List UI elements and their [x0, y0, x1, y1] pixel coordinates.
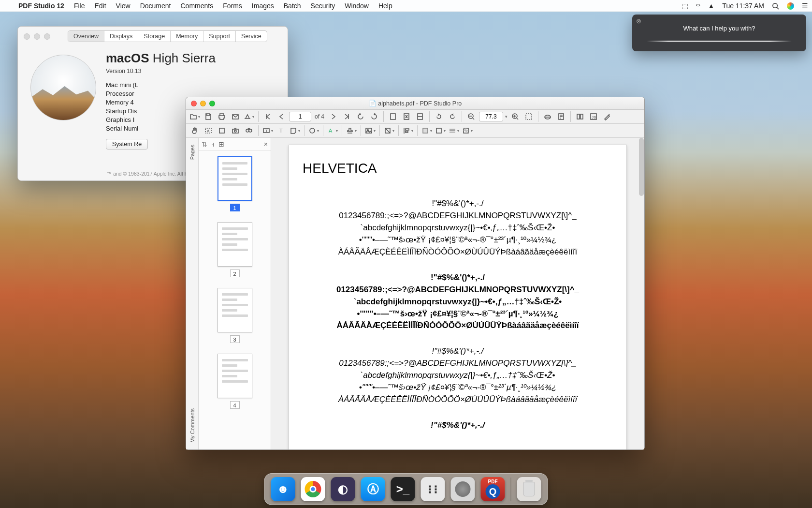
minimize-button[interactable]	[34, 33, 40, 40]
about-tab-displays[interactable]: Displays	[104, 31, 138, 42]
marquee-zoom-button[interactable]	[523, 111, 535, 122]
menu-images[interactable]: Images	[247, 2, 279, 10]
measure-tool[interactable]: ▾	[383, 125, 395, 136]
zoom-out-button[interactable]	[465, 111, 477, 122]
eject-icon[interactable]: ▲	[704, 2, 718, 10]
thumbnail-1[interactable]: 1	[218, 156, 252, 211]
print-production-button[interactable]	[542, 111, 553, 122]
thumb-options-icon[interactable]: ⇅	[202, 140, 207, 148]
fit-page-button[interactable]	[401, 111, 412, 122]
transparency-tool[interactable]: ▾	[462, 125, 473, 136]
thumb-sort-icon[interactable]: ⫞	[211, 140, 215, 148]
menu-comments[interactable]: Comments	[176, 2, 218, 10]
stamp-tool[interactable]: ▾	[346, 125, 357, 136]
close-icon[interactable]: ⊗	[636, 17, 641, 25]
eclipse-app[interactable]: ◐	[331, 477, 355, 501]
menu-help[interactable]: Help	[374, 2, 397, 10]
about-tab-support[interactable]: Support	[203, 31, 236, 42]
close-button[interactable]	[24, 33, 30, 40]
prev-page-button[interactable]	[276, 111, 287, 122]
text-box-tool[interactable]: T▾	[262, 125, 274, 136]
print-button[interactable]	[216, 111, 228, 122]
finder-app[interactable]: ☻	[271, 477, 295, 501]
about-tab-service[interactable]: Service	[236, 31, 267, 42]
minimize-button[interactable]	[200, 101, 206, 106]
menu-window[interactable]: Window	[340, 2, 374, 10]
sticky-note-tool[interactable]: ▾	[289, 125, 301, 136]
next-page-button[interactable]	[328, 111, 339, 122]
rotate-ccw-button[interactable]	[433, 111, 445, 122]
comments-tab[interactable]: My Comments	[189, 402, 195, 449]
thumbnail-4[interactable]: 4	[218, 354, 252, 409]
menu-batch[interactable]: Batch	[279, 2, 306, 10]
appstore-app[interactable]: Ⓐ	[361, 477, 385, 501]
prev-view-button[interactable]	[355, 111, 366, 122]
close-button[interactable]	[191, 101, 197, 106]
pdf-viewer[interactable]: HELVETICA !"#$%&'()*+,-./0123456789:;<=>…	[271, 138, 644, 449]
wifi-icon[interactable]: ⌔	[692, 2, 704, 10]
last-page-button[interactable]	[341, 111, 353, 122]
fill-color-tool[interactable]: ▾	[421, 125, 433, 136]
thumb-grid-icon[interactable]: ⊞	[218, 140, 224, 148]
thumbnail-3[interactable]: 3	[218, 288, 252, 343]
notification-center-icon[interactable]: ☰	[798, 2, 812, 10]
zoom-input[interactable]	[479, 112, 503, 121]
vertical-scrollbar[interactable]	[638, 138, 644, 449]
select-text-tool[interactable]: A	[203, 125, 214, 136]
terminal-app[interactable]: >_	[391, 477, 415, 501]
image-tool[interactable]: ▾	[364, 125, 376, 136]
siri-icon[interactable]	[783, 2, 798, 10]
stroke-color-tool[interactable]: ▾	[435, 125, 446, 136]
chrome-app[interactable]	[301, 477, 325, 501]
menu-edit[interactable]: Edit	[89, 2, 111, 10]
actual-size-button[interactable]	[387, 111, 399, 122]
menu-view[interactable]: View	[111, 2, 135, 10]
text-block: !"#$%&'()*+,-./0123456789:;<=>?@ABCDEFGH…	[303, 272, 613, 332]
clock[interactable]: Tue 11:37 AM	[718, 2, 768, 10]
rotate-cw-button[interactable]	[447, 111, 458, 122]
email-button[interactable]	[230, 111, 241, 122]
hand-tool[interactable]	[189, 125, 201, 136]
about-tab-overview[interactable]: Overview	[68, 31, 104, 42]
search-tool[interactable]	[243, 125, 255, 136]
system-preferences-app[interactable]	[451, 477, 475, 501]
os-name: macOS High Sierra	[106, 51, 276, 66]
properties-button[interactable]	[555, 111, 567, 122]
open-button[interactable]: ▾	[189, 111, 201, 122]
menu-file[interactable]: File	[69, 2, 90, 10]
callout-tool[interactable]: T	[276, 125, 287, 136]
form-designer-button[interactable]	[574, 111, 586, 122]
zoom-in-button[interactable]	[509, 111, 521, 122]
app-menu[interactable]: PDF Studio 12	[14, 2, 69, 10]
snapshot-tool[interactable]	[230, 125, 241, 136]
about-tab-storage[interactable]: Storage	[138, 31, 171, 42]
pages-tab[interactable]: Pages	[189, 138, 195, 166]
first-page-button[interactable]	[262, 111, 274, 122]
trash[interactable]	[517, 477, 541, 501]
shape-tool[interactable]: ▾	[308, 125, 319, 136]
menu-forms[interactable]: Forms	[218, 2, 247, 10]
fit-width-button[interactable]	[414, 111, 426, 122]
pdf-studio-app[interactable]: Q	[481, 477, 505, 501]
next-view-button[interactable]	[368, 111, 380, 122]
save-button[interactable]	[203, 111, 214, 122]
align-left-tool[interactable]: ▾	[402, 125, 414, 136]
activity-monitor-app[interactable]: ⫶⫶	[421, 477, 445, 501]
dropbox-icon[interactable]: ⬚	[678, 2, 692, 10]
sign-button[interactable]	[601, 111, 613, 122]
zoom-button[interactable]	[44, 33, 50, 40]
close-panel-icon[interactable]: ×	[264, 140, 268, 148]
line-width-tool[interactable]: ▾	[448, 125, 460, 136]
highlight-tool[interactable]: A▾	[327, 125, 338, 136]
thumbnail-2[interactable]: 2	[218, 222, 252, 277]
menu-security[interactable]: Security	[306, 2, 340, 10]
about-tab-memory[interactable]: Memory	[171, 31, 203, 42]
scan-button[interactable]: ▾	[243, 111, 255, 122]
zoom-button[interactable]	[209, 101, 215, 106]
menu-document[interactable]: Document	[135, 2, 176, 10]
system-report-button[interactable]: System Re	[106, 139, 148, 149]
page-input[interactable]	[289, 112, 311, 121]
spotlight-icon[interactable]	[768, 2, 783, 10]
edit-object-tool[interactable]	[216, 125, 228, 136]
javascript-button[interactable]: JS	[588, 111, 599, 122]
